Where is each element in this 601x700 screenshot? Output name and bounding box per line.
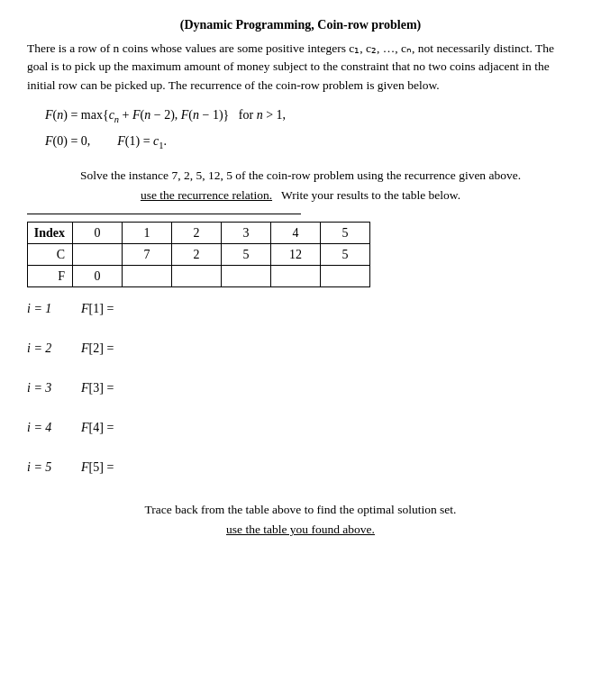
row-f-4	[271, 266, 321, 287]
row-f-2	[172, 266, 222, 287]
table-wrapper: Index 0 1 2 3 4 5 C 7 2 5 12 5 F 0	[27, 222, 574, 287]
trace-line1: Trace back from the table above to find …	[27, 500, 574, 520]
header-5: 5	[321, 223, 370, 244]
row-f-5	[321, 266, 370, 287]
rec-i-1: i = 1	[27, 302, 81, 316]
row-c-0	[73, 244, 123, 266]
trace-line2: use the table you found above.	[27, 520, 574, 540]
row-f-0: 0	[73, 266, 123, 287]
instruction-underline: use the recurrence relation.	[141, 188, 272, 202]
rec-row-3: i = 3 F[3] =	[27, 381, 574, 395]
rec-i-4: i = 4	[27, 421, 81, 435]
row-f-label: F	[28, 266, 73, 287]
rec-label-3: F[3] =	[81, 381, 153, 395]
instruction-line2: use the recurrence relation. Write your …	[27, 186, 574, 205]
row-f-1	[123, 266, 172, 287]
rec-i-5: i = 5	[27, 460, 81, 475]
intro-paragraph: There is a row of n coins whose values a…	[27, 40, 574, 95]
instruction-line1: Solve the instance 7, 2, 5, 12, 5 of the…	[27, 166, 574, 186]
table-row-f: F 0	[28, 266, 370, 287]
rec-i-2: i = 2	[27, 341, 81, 356]
row-c-5: 5	[321, 244, 370, 266]
formula-f0: F(0) = 0,	[45, 130, 90, 155]
formula-f1: F(1) = c1.	[117, 130, 167, 155]
row-c-2: 2	[172, 244, 222, 266]
table-row-c: C 7 2 5 12 5	[28, 244, 370, 266]
rec-label-5: F[5] =	[81, 460, 153, 475]
rec-label-1: F[1] =	[81, 302, 153, 316]
trace-block: Trace back from the table above to find …	[27, 500, 574, 539]
formula-line1-text: F(n) = max{cn + F(n − 2), F(n − 1)} for …	[45, 108, 286, 122]
rec-row-4: i = 4 F[4] =	[27, 421, 574, 435]
header-1: 1	[123, 223, 172, 244]
formula-block: F(n) = max{cn + F(n − 2), F(n − 1)} for …	[45, 104, 574, 155]
instruction-line2b: Write your results to the table below.	[281, 188, 460, 202]
rec-row-2: i = 2 F[2] =	[27, 341, 574, 356]
divider	[27, 214, 301, 214]
formula-line1: F(n) = max{cn + F(n − 2), F(n − 1)} for …	[45, 104, 574, 129]
page-title: (Dynamic Programming, Coin-row problem)	[27, 18, 574, 32]
instruction-block: Solve the instance 7, 2, 5, 12, 5 of the…	[27, 166, 574, 205]
table-header-row: Index 0 1 2 3 4 5	[28, 223, 370, 244]
header-0: 0	[73, 223, 123, 244]
trace-underline: use the table you found above.	[226, 523, 375, 536]
recurrence-rows: i = 1 F[1] = i = 2 F[2] = i = 3 F[3] = i…	[27, 302, 574, 475]
row-c-4: 12	[271, 244, 321, 266]
row-c-3: 5	[222, 244, 271, 266]
header-2: 2	[172, 223, 222, 244]
coin-table: Index 0 1 2 3 4 5 C 7 2 5 12 5 F 0	[27, 222, 370, 287]
rec-row-1: i = 1 F[1] =	[27, 302, 574, 316]
formula-line2: F(0) = 0, F(1) = c1.	[45, 130, 574, 155]
rec-i-3: i = 3	[27, 381, 81, 395]
rec-row-5: i = 5 F[5] =	[27, 460, 574, 475]
header-3: 3	[222, 223, 271, 244]
row-f-3	[222, 266, 271, 287]
row-c-1: 7	[123, 244, 172, 266]
rec-label-2: F[2] =	[81, 341, 153, 356]
row-c-label: C	[28, 244, 73, 266]
header-4: 4	[271, 223, 321, 244]
header-index: Index	[28, 223, 73, 244]
rec-label-4: F[4] =	[81, 421, 153, 435]
